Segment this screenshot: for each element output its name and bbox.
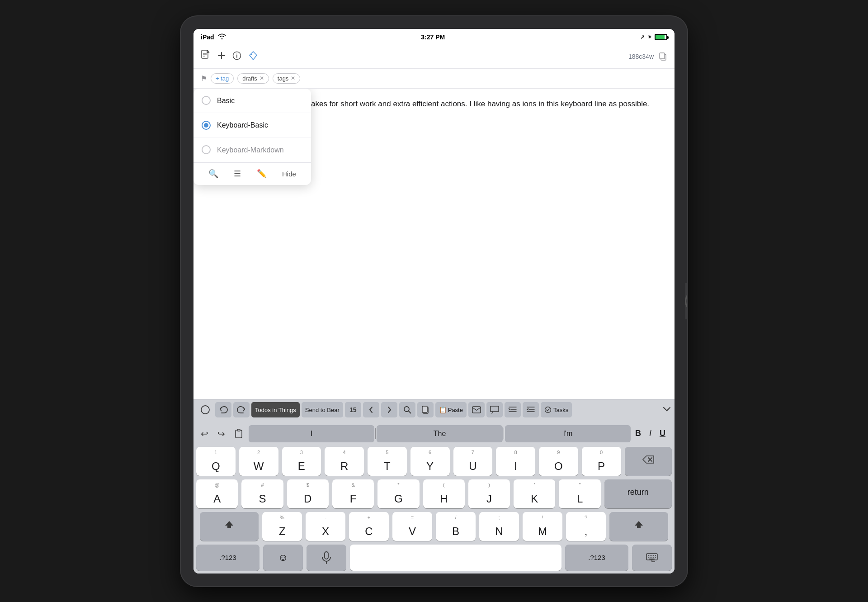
tag-icon[interactable] (248, 51, 258, 63)
key-period[interactable]: ? , (566, 512, 606, 541)
suggestion-The[interactable]: The (377, 425, 502, 442)
key-T[interactable]: 5 T (368, 447, 407, 476)
outdent-button[interactable] (523, 402, 539, 417)
mail-button[interactable] (468, 402, 485, 417)
key-B[interactable]: / B (436, 512, 476, 541)
undo-button[interactable] (215, 402, 231, 417)
key-X[interactable]: - X (306, 512, 345, 541)
key-emoji[interactable]: ☺ (263, 545, 303, 571)
svg-point-9 (251, 54, 252, 55)
add-icon[interactable] (217, 51, 226, 62)
key-E[interactable]: 3 E (282, 447, 321, 476)
battery-icon (655, 34, 667, 40)
add-tag-button[interactable]: + tag (211, 73, 234, 84)
italic-button[interactable]: I (646, 425, 655, 442)
key-delete[interactable] (625, 447, 672, 476)
document-icon[interactable] (201, 50, 211, 64)
key-F[interactable]: & F (332, 479, 374, 508)
key-G[interactable]: * G (377, 479, 419, 508)
arrow-right-button[interactable] (381, 402, 397, 417)
svg-rect-26 (237, 429, 240, 431)
location-icon: ↗ (640, 34, 645, 40)
bluetooth-icon: ✴ (647, 34, 652, 40)
tag-chip-tags[interactable]: tags ✕ (273, 73, 301, 84)
key-L[interactable]: " L (559, 479, 600, 508)
home-button-area (685, 283, 687, 319)
key-shift-left[interactable] (200, 512, 259, 541)
content-area[interactable]: ove the regular iOS keyboard makes for s… (193, 89, 675, 399)
key-N[interactable]: ; N (479, 512, 519, 541)
menu-item-keyboard-basic[interactable]: Keyboard-Basic (193, 113, 311, 138)
clipboard-button[interactable] (230, 424, 248, 443)
arrow-left-button[interactable] (363, 402, 379, 417)
word-count: 188c34w (628, 53, 654, 60)
suggestion-divider-1 (375, 428, 376, 439)
remove-drafts-icon[interactable]: ✕ (259, 75, 264, 81)
svg-point-8 (236, 53, 237, 54)
suggestion-divider-2 (504, 428, 504, 439)
circle-button[interactable] (197, 402, 213, 417)
key-C[interactable]: + C (349, 512, 389, 541)
key-U[interactable]: 7 U (453, 447, 493, 476)
key-shift-right[interactable] (609, 512, 668, 541)
remove-tags-icon[interactable]: ✕ (291, 75, 295, 81)
info-icon[interactable] (232, 51, 241, 62)
bold-button[interactable]: B (632, 425, 645, 442)
format-buttons: B I U (632, 425, 672, 442)
key-space[interactable] (350, 545, 561, 571)
tasks-button[interactable]: Tasks (541, 402, 572, 417)
menu-list-icon[interactable]: ☰ (234, 167, 241, 180)
key-V[interactable]: = V (392, 512, 432, 541)
paste-button[interactable]: 📋 Paste (435, 402, 467, 417)
key-keyboard[interactable] (632, 545, 672, 571)
menu-pencil-icon[interactable]: ✏️ (257, 167, 267, 180)
svg-point-12 (201, 406, 209, 414)
copy-button[interactable] (417, 402, 434, 417)
copy-icon[interactable] (658, 52, 667, 62)
key-O[interactable]: 9 O (539, 447, 578, 476)
todos-in-things-button[interactable]: Todos in Things (251, 402, 300, 417)
home-circle[interactable] (685, 290, 687, 313)
status-bar: iPad 3:27 PM ↗ ✴ (193, 29, 675, 45)
suggestions-row: ↩ ↪ I The I'm B I U (196, 424, 672, 443)
menu-item-basic[interactable]: Basic (193, 89, 311, 114)
key-A[interactable]: @ A (196, 479, 238, 508)
underline-button[interactable]: U (656, 425, 669, 442)
calendar-button[interactable]: 15 (345, 402, 361, 417)
redo-button[interactable] (233, 402, 250, 417)
key-row-3: % Z - X + C = V (196, 512, 672, 541)
suggestion-I[interactable]: I (249, 425, 374, 442)
send-to-bear-button[interactable]: Send to Bear (302, 402, 343, 417)
keyboard-undo-button[interactable]: ↩ (196, 424, 213, 443)
menu-hide-button[interactable]: Hide (282, 169, 296, 180)
key-K[interactable]: ' K (514, 479, 555, 508)
key-D[interactable]: $ D (287, 479, 329, 508)
key-return[interactable]: return (604, 479, 672, 508)
radio-basic (202, 96, 211, 105)
key-Y[interactable]: 6 Y (410, 447, 450, 476)
collapse-keyboard-button[interactable] (663, 405, 671, 415)
message-button[interactable] (486, 402, 503, 417)
tag-chip-drafts[interactable]: drafts ✕ (237, 73, 269, 84)
key-S[interactable]: # S (241, 479, 283, 508)
key-R[interactable]: 4 R (325, 447, 364, 476)
key-J[interactable]: ) J (468, 479, 510, 508)
keyboard-redo-button[interactable]: ↪ (213, 424, 230, 443)
key-numpad-right[interactable]: .?123 (565, 545, 628, 571)
key-Z[interactable]: % Z (262, 512, 302, 541)
menu-search-icon[interactable]: 🔍 (208, 167, 218, 180)
suggestion-Im[interactable]: I'm (505, 425, 631, 442)
key-Q[interactable]: 1 Q (196, 447, 236, 476)
key-M[interactable]: ! M (523, 512, 562, 541)
indent-button[interactable] (505, 402, 521, 417)
key-numpad-left[interactable]: .?123 (196, 545, 259, 571)
key-H[interactable]: ( H (423, 479, 465, 508)
key-I[interactable]: 8 I (496, 447, 535, 476)
key-P[interactable]: 0 P (582, 447, 621, 476)
key-W[interactable]: 2 W (239, 447, 278, 476)
flag-icon[interactable]: ⚑ (201, 74, 207, 83)
key-microphone[interactable] (307, 545, 346, 571)
menu-item-keyboard-markdown[interactable]: Keyboard-Markdown (193, 138, 311, 163)
search-button[interactable] (399, 402, 415, 417)
toolbar: 188c34w (193, 45, 675, 69)
